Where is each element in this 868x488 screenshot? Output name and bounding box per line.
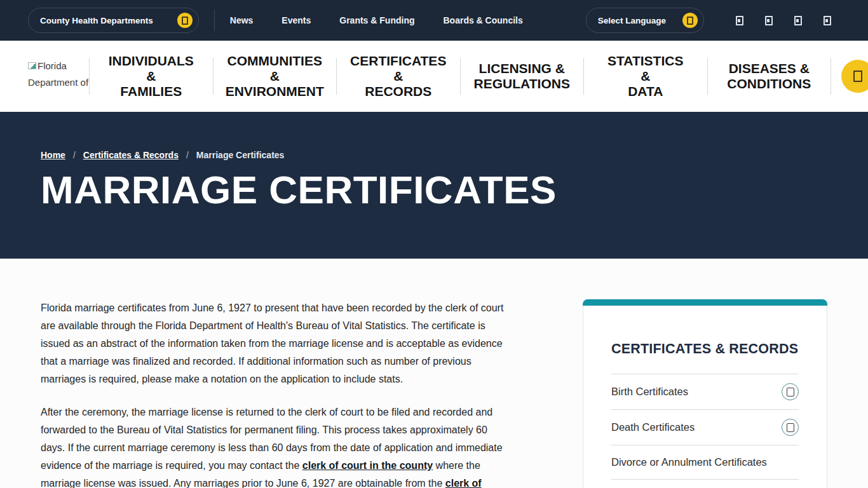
sidebar-accent-bar: [583, 299, 827, 306]
social-icon-3[interactable]: [794, 16, 802, 25]
sidebar-item-marriage-certificates[interactable]: Marriage Certificates: [611, 479, 799, 488]
clerk-of-court-county-link[interactable]: clerk of court in the county: [302, 460, 433, 471]
breadcrumb: Home / Certificates & Records / Marriage…: [41, 150, 868, 160]
social-icon-1[interactable]: [736, 16, 743, 25]
sidebar-item-label: Death Certificates: [611, 421, 695, 433]
paragraph-2: After the ceremony, the marriage license…: [41, 403, 512, 488]
nav-item-line: &: [341, 69, 456, 84]
nav-item-communities-environment[interactable]: COMMUNITIES & ENVIRONMENT: [214, 53, 337, 99]
nav-item-line: STATISTICS: [588, 53, 703, 69]
chevron-down-icon: [177, 13, 193, 28]
nav-item-line: INDIVIDUALS: [93, 53, 209, 69]
search-button[interactable]: [841, 60, 868, 93]
missing-glyph-icon: [787, 423, 794, 432]
select-language-button[interactable]: Select Language: [586, 8, 704, 33]
utility-bar: County Health Departments News Events Gr…: [0, 0, 868, 41]
grants-funding-link[interactable]: Grants & Funding: [339, 15, 414, 25]
main-navigation: Florida Department of Health INDIVIDUALS…: [0, 41, 868, 112]
expand-icon[interactable]: [782, 419, 799, 436]
nav-item-line: ENVIRONMENT: [217, 84, 333, 99]
sidebar-item-label: Divorce or Annulment Certificates: [611, 456, 767, 468]
nav-item-line: RECORDS: [341, 84, 456, 99]
divider: [214, 10, 215, 31]
sidebar-item-death-certificates[interactable]: Death Certificates: [611, 409, 799, 445]
doh-logo[interactable]: Florida Department of Health: [28, 58, 89, 95]
nav-item-line: CONDITIONS: [712, 76, 827, 92]
events-link[interactable]: Events: [281, 15, 311, 25]
breadcrumb-certificates-records-link[interactable]: Certificates & Records: [83, 150, 179, 160]
nav-item-line: &: [93, 69, 209, 84]
divider: [831, 58, 831, 95]
select-language-label: Select Language: [598, 16, 666, 25]
article-body: Florida marriage certificates from June …: [41, 299, 512, 488]
page-content: Florida marriage certificates from June …: [0, 259, 868, 488]
utility-links: News Events Grants & Funding Boards & Co…: [230, 15, 523, 25]
sidebar-item-label: Birth Certificates: [611, 386, 688, 398]
nav-item-line: &: [588, 69, 703, 84]
nav-item-line: DISEASES &: [712, 61, 827, 76]
nav-item-line: &: [217, 69, 333, 84]
sidebar-item-divorce-annulment-certificates[interactable]: Divorce or Annulment Certificates: [611, 445, 799, 479]
nav-item-individuals-families[interactable]: INDIVIDUALS & FAMILIES: [90, 53, 213, 99]
expand-icon[interactable]: [782, 383, 799, 400]
sidebar-card: CERTIFICATES & RECORDS Birth Certificate…: [583, 306, 827, 488]
nav-item-licensing-regulations[interactable]: LICENSING & REGULATIONS: [461, 61, 584, 92]
county-health-departments-button[interactable]: County Health Departments: [28, 8, 199, 33]
news-link[interactable]: News: [230, 15, 254, 25]
nav-item-line: REGULATIONS: [465, 76, 580, 92]
nav-item-line: LICENSING &: [465, 61, 580, 76]
sidebar-list: Birth Certificates Death Certificates Di…: [611, 374, 799, 488]
certificates-records-sidebar: CERTIFICATES & RECORDS Birth Certificate…: [583, 299, 827, 488]
missing-glyph-icon: [687, 17, 693, 25]
nav-item-line: DATA: [588, 84, 703, 99]
missing-glyph-icon: [182, 17, 188, 25]
breadcrumb-separator: /: [73, 150, 76, 160]
sidebar-heading: CERTIFICATES & RECORDS: [611, 341, 799, 357]
nav-item-line: COMMUNITIES: [217, 53, 333, 69]
nav-item-diseases-conditions[interactable]: DISEASES & CONDITIONS: [708, 61, 831, 92]
page-title: MARRIAGE CERTIFICATES: [41, 169, 868, 210]
paragraph-1: Florida marriage certificates from June …: [41, 299, 512, 388]
nav-item-line: FAMILIES: [93, 84, 209, 99]
county-health-departments-label: County Health Departments: [40, 16, 153, 25]
logo-alt-text: Florida Department of Health: [28, 60, 88, 95]
nav-item-statistics-data[interactable]: STATISTICS & DATA: [584, 53, 707, 99]
page-hero: Home / Certificates & Records / Marriage…: [0, 112, 868, 259]
nav-item-line: CERTIFICATES: [341, 53, 456, 69]
breadcrumb-separator: /: [186, 150, 189, 160]
breadcrumb-home-link[interactable]: Home: [41, 150, 65, 160]
social-icon-2[interactable]: [765, 16, 773, 25]
sidebar-item-birth-certificates[interactable]: Birth Certificates: [611, 374, 799, 409]
nav-item-certificates-records[interactable]: CERTIFICATES & RECORDS: [337, 53, 460, 99]
clerk-of-link[interactable]: clerk of: [445, 478, 482, 488]
missing-glyph-icon: [787, 388, 794, 396]
social-icon-4[interactable]: [824, 16, 831, 25]
broken-image-icon: [28, 62, 36, 69]
boards-councils-link[interactable]: Boards & Councils: [444, 15, 523, 25]
social-icons: [736, 16, 831, 25]
globe-icon: [682, 13, 698, 28]
breadcrumb-current: Marriage Certificates: [196, 150, 285, 160]
search-icon: [853, 71, 862, 82]
